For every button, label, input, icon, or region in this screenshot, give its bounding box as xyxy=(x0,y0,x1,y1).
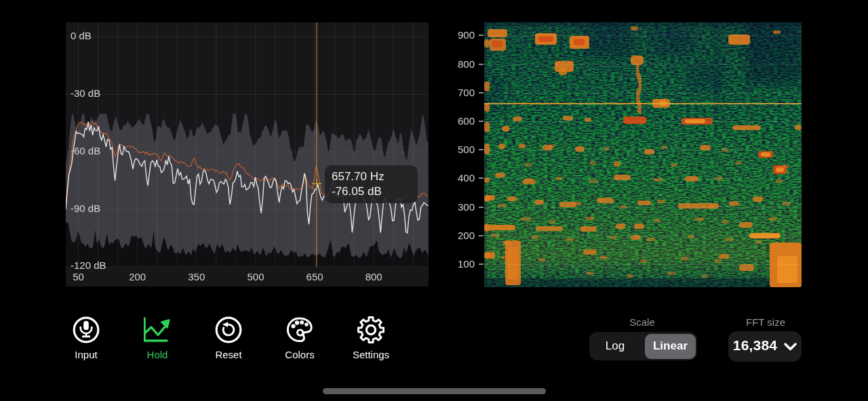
svg-text:800: 800 xyxy=(366,271,382,282)
svg-text:650: 650 xyxy=(307,271,323,282)
svg-text:500: 500 xyxy=(247,271,264,282)
svg-text:200: 200 xyxy=(129,271,146,282)
svg-text:-90 dB: -90 dB xyxy=(71,203,100,214)
svg-text:50: 50 xyxy=(73,271,84,282)
svg-text:-60 dB: -60 dB xyxy=(71,145,100,156)
svg-text:350: 350 xyxy=(188,271,205,282)
svg-text:0 dB: 0 dB xyxy=(71,30,92,41)
svg-text:-120 dB: -120 dB xyxy=(71,259,106,271)
svg-text:-76.05 dB: -76.05 dB xyxy=(332,185,382,198)
svg-text:657.70 Hz: 657.70 Hz xyxy=(332,170,384,183)
svg-text:-30 dB: -30 dB xyxy=(71,87,100,99)
